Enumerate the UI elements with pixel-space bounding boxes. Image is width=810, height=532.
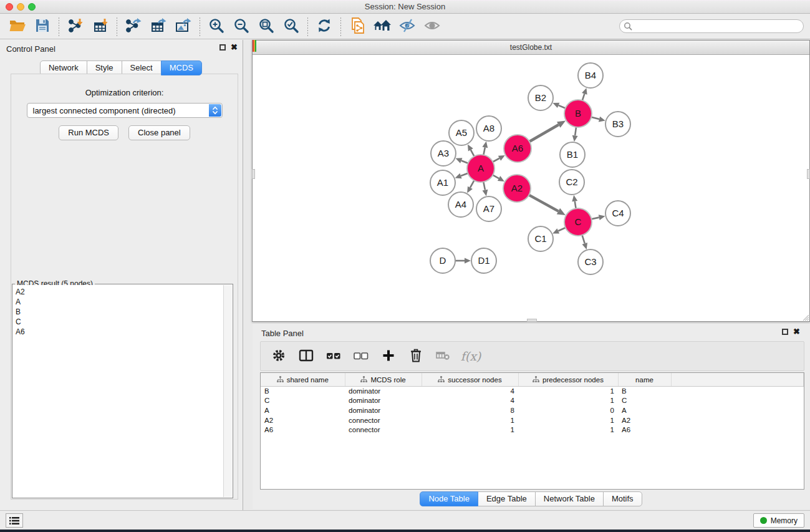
add-column-button[interactable] xyxy=(378,345,399,367)
tab-mcds[interactable]: MCDS xyxy=(161,60,202,75)
close-panel-button[interactable]: Close panel xyxy=(128,125,190,140)
tab-network-table[interactable]: Network Table xyxy=(535,491,604,506)
tab-edge-table[interactable]: Edge Table xyxy=(478,491,536,506)
network-canvas[interactable]: B4B2BB3A8A5A6A3B1AA1C2A2A4A7C4CC1C3DD1 xyxy=(253,56,809,321)
network-window-title: testGlobe.txt xyxy=(253,43,809,52)
import-network-button[interactable] xyxy=(63,17,88,37)
tab-node-table[interactable]: Node Table xyxy=(420,491,478,506)
show-details-button[interactable] xyxy=(420,17,445,37)
graph-node-D[interactable]: D xyxy=(430,248,455,273)
mcds-result-box: MCDS result (5 nodes) A2ABCA6 xyxy=(12,284,233,498)
resize-grip-left[interactable] xyxy=(252,169,255,179)
graph-node-A3[interactable]: A3 xyxy=(431,141,456,166)
graph-node-B2[interactable]: B2 xyxy=(528,85,553,110)
graph-node-C2[interactable]: C2 xyxy=(559,170,584,195)
float-panel-icon[interactable] xyxy=(219,44,226,51)
graph-node-A1[interactable]: A1 xyxy=(430,170,455,195)
graph-node-C[interactable]: C xyxy=(564,208,592,236)
node-table: shared name MCDS role successor nodes pr… xyxy=(260,372,804,490)
settings-gear-button[interactable] xyxy=(268,345,289,367)
search-input[interactable] xyxy=(619,19,804,33)
export-table-button[interactable] xyxy=(146,17,171,37)
search-icon xyxy=(624,22,632,31)
graph-node-B3[interactable]: B3 xyxy=(605,112,630,137)
graph-node-A4[interactable]: A4 xyxy=(448,192,473,217)
select-all-checked-button[interactable] xyxy=(323,345,344,367)
toolbar-separator xyxy=(307,17,308,36)
delete-column-icon xyxy=(409,348,423,365)
function-builder-button[interactable]: f(x) xyxy=(460,345,481,367)
table-row[interactable]: Cdominator41C xyxy=(261,396,804,406)
session-title: Session: New Session xyxy=(0,2,810,11)
hide-details-button[interactable] xyxy=(395,17,420,37)
desktop-wallpaper-strip xyxy=(0,530,810,532)
graph-node-A6[interactable]: A6 xyxy=(504,135,531,162)
graph-node-D1[interactable]: D1 xyxy=(471,248,496,273)
graph-node-A2[interactable]: A2 xyxy=(503,175,531,202)
table-row[interactable]: Bdominator41B xyxy=(261,386,804,396)
tab-motifs[interactable]: Motifs xyxy=(603,491,642,506)
svg-text:B3: B3 xyxy=(612,118,624,129)
destroy-table-button[interactable] xyxy=(433,345,454,367)
graph-node-B4[interactable]: B4 xyxy=(578,63,603,88)
zoom-out-button[interactable] xyxy=(229,17,254,37)
graph-node-C3[interactable]: C3 xyxy=(578,249,603,274)
resize-grip-corner[interactable] xyxy=(801,312,809,321)
zoom-in-button[interactable] xyxy=(204,17,229,37)
result-scrollbar[interactable] xyxy=(223,285,232,497)
graph-node-A5[interactable]: A5 xyxy=(449,120,474,145)
duplicate-network-button[interactable] xyxy=(345,17,370,37)
export-network-button[interactable] xyxy=(121,17,146,37)
graph-node-B1[interactable]: B1 xyxy=(560,142,585,167)
resize-grip-right[interactable] xyxy=(807,169,810,179)
apply-layout-button[interactable] xyxy=(312,17,337,37)
graph-node-C1[interactable]: C1 xyxy=(528,226,553,251)
run-mcds-button[interactable]: Run MCDS xyxy=(59,125,118,140)
result-item[interactable]: A2 xyxy=(16,287,223,297)
graph-node-C4[interactable]: C4 xyxy=(605,201,630,226)
open-file-button[interactable] xyxy=(5,17,30,37)
resize-grip-bottom[interactable] xyxy=(527,319,537,322)
task-history-button[interactable] xyxy=(6,513,23,528)
mcds-result-list[interactable]: A2ABCA6 xyxy=(13,285,223,497)
workspace: testGlobe.txt B4B2BB3A8A5A6A3B1AA1C2A2A4… xyxy=(244,40,810,510)
first-neighbors-button[interactable] xyxy=(370,17,395,37)
column-header-predecessor-nodes[interactable]: predecessor nodes xyxy=(518,373,618,386)
import-table-button[interactable] xyxy=(88,17,113,37)
network-window-titlebar[interactable]: testGlobe.txt xyxy=(253,41,809,55)
table-row[interactable]: A2connector11A2 xyxy=(261,415,804,425)
graph-node-A[interactable]: A xyxy=(467,155,494,182)
table-row[interactable]: A6connector11A6 xyxy=(261,425,804,435)
graph-node-A8[interactable]: A8 xyxy=(476,116,501,141)
result-item[interactable]: A6 xyxy=(16,327,223,337)
table-row[interactable]: Adominator80A xyxy=(261,405,804,415)
main-toolbar xyxy=(0,14,810,39)
delete-column-button[interactable] xyxy=(405,345,427,367)
graph-node-A7[interactable]: A7 xyxy=(476,196,501,221)
column-header-successor-nodes[interactable]: successor nodes xyxy=(422,373,518,386)
zoom-selected-button[interactable] xyxy=(279,17,304,37)
column-type-icon xyxy=(360,376,367,383)
split-column-button[interactable] xyxy=(296,345,317,367)
column-header-shared-name[interactable]: shared name xyxy=(261,373,345,386)
memory-button[interactable]: Memory xyxy=(753,513,804,528)
save-session-button[interactable] xyxy=(30,17,55,37)
result-item[interactable]: B xyxy=(16,307,223,317)
result-item[interactable]: A xyxy=(16,297,223,307)
select-all-checked-icon xyxy=(325,348,342,365)
deselect-all-button[interactable] xyxy=(350,345,372,367)
open-file-icon xyxy=(9,17,26,36)
mcds-tab-content: Optimization criterion: largest connecte… xyxy=(11,74,238,500)
result-item[interactable]: C xyxy=(16,317,223,327)
column-header-name[interactable]: name xyxy=(618,373,671,386)
close-panel-icon[interactable]: ✖ xyxy=(231,44,238,51)
criterion-select[interactable]: largest connected component (directed) xyxy=(27,103,223,118)
svg-text:A: A xyxy=(478,163,484,173)
svg-text:D1: D1 xyxy=(478,255,489,266)
close-table-panel-icon[interactable]: ✖ xyxy=(793,329,800,335)
graph-node-B[interactable]: B xyxy=(564,100,592,127)
column-header-MCDS-role[interactable]: MCDS role xyxy=(345,373,422,386)
float-table-panel-icon[interactable] xyxy=(782,329,788,335)
export-image-button[interactable] xyxy=(171,17,196,37)
zoom-fit-button[interactable] xyxy=(254,17,279,37)
